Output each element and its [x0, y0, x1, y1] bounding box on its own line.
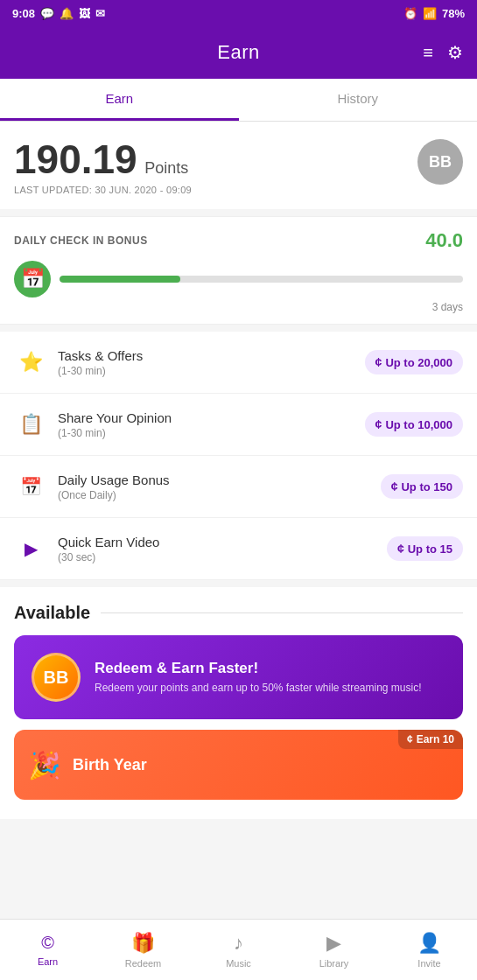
available-title: Available — [14, 603, 90, 623]
available-header: Available — [14, 603, 463, 623]
status-bar: 9:08 💬 🔔 🖼 ✉ ⏰ 📶 78% — [0, 0, 477, 26]
earn-option-tasks[interactable]: ⭐ Tasks & Offers (1-30 min) ¢ Up to 20,0… — [0, 332, 477, 394]
promo-card[interactable]: BB Redeem & Earn Faster! Redeem your poi… — [14, 635, 463, 719]
nav-music[interactable]: ♪ Music — [191, 920, 286, 980]
daily-icon: 📅 — [14, 470, 47, 503]
video-name: Quick Earn Video — [58, 535, 387, 550]
nav-invite-icon: 👤 — [417, 932, 441, 955]
earn-badge-corner: ¢ Earn 10 — [398, 730, 463, 749]
checkin-days: 3 days — [14, 301, 463, 313]
daily-badge: ¢ Up to 150 — [381, 474, 463, 499]
bell-icon: 🔔 — [60, 7, 74, 20]
nav-earn-icon: © — [41, 933, 54, 953]
progress-bar-container — [60, 276, 463, 283]
message-icon: ✉ — [95, 7, 105, 20]
checkin-title: DAILY CHECK IN BONUS — [14, 234, 148, 247]
app-header: Earn ≡ ⚙ — [0, 26, 477, 79]
last-updated: LAST UPDATED: 30 jun. 2020 - 09:09 — [14, 185, 192, 195]
earn-option-daily[interactable]: 📅 Daily Usage Bonus (Once Daily) ¢ Up to… — [0, 456, 477, 518]
nav-redeem[interactable]: 🎁 Redeem — [95, 920, 191, 980]
promo-sub: Redeem your points and earn up to 50% fa… — [95, 681, 422, 696]
nav-music-icon: ♪ — [234, 932, 243, 955]
nav-library-label: Library — [319, 958, 349, 969]
checkin-header: DAILY CHECK IN BONUS 40.0 — [14, 229, 463, 252]
tasks-sub: (1-30 min) — [58, 365, 365, 377]
header-icons: ≡ ⚙ — [423, 42, 463, 63]
tabs-bar: Earn History — [0, 79, 477, 122]
promo-title: Redeem & Earn Faster! — [95, 660, 422, 677]
nav-redeem-label: Redeem — [125, 958, 162, 969]
avatar: BB — [417, 139, 463, 185]
nav-invite[interactable]: 👤 Invite — [382, 920, 477, 980]
survey-text: Share Your Opinion (1-30 min) — [58, 410, 365, 439]
daily-name: Daily Usage Bonus — [58, 472, 381, 487]
available-section: Available BB Redeem & Earn Faster! Redee… — [0, 587, 477, 819]
alarm-icon: ⏰ — [403, 7, 417, 20]
bottom-nav: © Earn 🎁 Redeem ♪ Music ▶ Library 👤 Invi… — [0, 919, 477, 980]
status-right: ⏰ 📶 78% — [403, 7, 465, 20]
checkin-calendar-icon: 📅 — [14, 261, 51, 298]
promo-avatar: BB — [32, 653, 81, 702]
video-sub: (30 sec) — [58, 551, 387, 564]
survey-name: Share Your Opinion — [58, 410, 365, 425]
tasks-coin-icon: ¢ — [375, 355, 382, 369]
earn-option-video[interactable]: ▶ Quick Earn Video (30 sec) ¢ Up to 15 — [0, 518, 477, 580]
nav-music-label: Music — [226, 958, 251, 969]
points-section: 190.19 Points LAST UPDATED: 30 jun. 2020… — [0, 122, 477, 209]
nav-library-icon: ▶ — [326, 932, 341, 955]
tab-history[interactable]: History — [239, 79, 478, 121]
tasks-text: Tasks & Offers (1-30 min) — [58, 348, 365, 377]
tasks-name: Tasks & Offers — [58, 348, 365, 363]
header-title: Earn — [217, 41, 259, 64]
survey-badge: ¢ Up to 10,000 — [365, 412, 463, 437]
points-label: Points — [144, 159, 188, 177]
birth-year-card[interactable]: ¢ Earn 10 🎉 Birth Year — [14, 730, 463, 800]
status-time: 9:08 — [12, 7, 35, 20]
nav-earn[interactable]: © Earn — [0, 920, 95, 980]
video-badge: ¢ Up to 15 — [387, 536, 463, 561]
nav-redeem-icon: 🎁 — [131, 932, 155, 955]
tasks-icon: ⭐ — [14, 346, 47, 379]
daily-checkin-section: DAILY CHECK IN BONUS 40.0 📅 3 days — [0, 216, 477, 325]
promo-text: Redeem & Earn Faster! Redeem your points… — [95, 660, 422, 696]
progress-bar-fill — [60, 276, 180, 283]
corner-coin-icon: ¢ — [407, 733, 413, 746]
checkin-progress-row: 📅 — [14, 261, 463, 298]
points-left: 190.19 Points LAST UPDATED: 30 jun. 2020… — [14, 139, 192, 195]
survey-icon: 📋 — [14, 408, 47, 441]
survey-coin-icon: ¢ — [375, 417, 382, 431]
tab-earn[interactable]: Earn — [0, 79, 239, 121]
daily-text: Daily Usage Bonus (Once Daily) — [58, 472, 381, 501]
birth-icon: 🎉 — [28, 750, 60, 780]
available-divider — [101, 612, 463, 613]
birth-title: Birth Year — [73, 756, 147, 774]
survey-sub: (1-30 min) — [58, 427, 365, 439]
points-display: 190.19 Points — [14, 139, 192, 179]
wifi-icon: 📶 — [423, 7, 437, 20]
daily-coin-icon: ¢ — [391, 480, 398, 494]
daily-sub: (Once Daily) — [58, 489, 381, 501]
checkin-value: 40.0 — [425, 229, 463, 252]
video-icon: ▶ — [14, 532, 47, 565]
nav-library[interactable]: ▶ Library — [286, 920, 382, 980]
nav-earn-label: Earn — [38, 956, 58, 967]
points-value: 190.19 — [14, 136, 137, 182]
nav-invite-label: Invite — [417, 958, 440, 969]
status-left: 9:08 💬 🔔 🖼 ✉ — [12, 7, 105, 20]
tasks-badge: ¢ Up to 20,000 — [365, 350, 463, 374]
image-icon: 🖼 — [79, 7, 90, 20]
earn-option-survey[interactable]: 📋 Share Your Opinion (1-30 min) ¢ Up to … — [0, 394, 477, 456]
settings-icon[interactable]: ⚙ — [447, 42, 463, 63]
video-text: Quick Earn Video (30 sec) — [58, 535, 387, 564]
video-coin-icon: ¢ — [397, 542, 404, 556]
battery-text: 78% — [442, 7, 465, 20]
whatsapp-icon: 💬 — [40, 7, 54, 20]
filter-icon[interactable]: ≡ — [423, 43, 433, 63]
earn-options-list: ⭐ Tasks & Offers (1-30 min) ¢ Up to 20,0… — [0, 332, 477, 580]
